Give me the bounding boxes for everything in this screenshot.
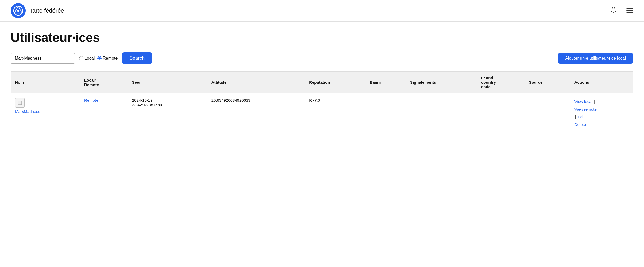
col-reputation: Reputation xyxy=(305,72,365,93)
separator-1: | xyxy=(594,99,595,104)
delete-link[interactable]: Delete xyxy=(574,122,586,127)
cell-ip-country xyxy=(477,93,525,134)
remote-radio[interactable] xyxy=(97,56,102,60)
user-avatar xyxy=(15,98,25,108)
view-remote-link[interactable]: View remote xyxy=(574,107,597,112)
logo xyxy=(11,3,26,18)
main-content: Utilisateur·ices Local Remote Search Ajo… xyxy=(0,22,644,142)
actions-cell: View local | View remote | Edit | Delete xyxy=(574,98,629,128)
remote-link[interactable]: Remote xyxy=(84,98,98,102)
users-table-wrapper: Nom Local/Remote Seen Attitude Reputatio… xyxy=(11,71,633,134)
separator-2: | xyxy=(575,115,577,119)
cell-source xyxy=(525,93,570,134)
col-signalements: Signalements xyxy=(406,72,477,93)
col-seen: Seen xyxy=(128,72,207,93)
search-input[interactable] xyxy=(11,53,75,64)
separator-3: | xyxy=(586,115,587,119)
cell-nom: MarxMadness xyxy=(11,93,80,134)
search-row: Local Remote Search Ajouter un·e utilisa… xyxy=(11,52,633,64)
header-right xyxy=(610,6,633,15)
table-row: MarxMadness Remote 2024-10-1922:42:13.95… xyxy=(11,93,633,134)
user-name-link[interactable]: MarxMadness xyxy=(15,109,40,114)
page-title: Utilisateur·ices xyxy=(11,30,633,45)
remote-radio-label[interactable]: Remote xyxy=(97,56,118,61)
col-nom: Nom xyxy=(11,72,80,93)
user-cell: MarxMadness xyxy=(15,98,76,114)
cell-signalements xyxy=(406,93,477,134)
menu-icon[interactable] xyxy=(626,8,633,13)
search-button[interactable]: Search xyxy=(122,52,152,64)
cell-reputation: R -7.0 xyxy=(305,93,365,134)
radio-group: Local Remote xyxy=(79,56,118,61)
local-radio[interactable] xyxy=(79,56,83,60)
local-radio-label[interactable]: Local xyxy=(79,56,95,61)
users-table: Nom Local/Remote Seen Attitude Reputatio… xyxy=(11,71,633,134)
app-title: Tarte fédérée xyxy=(29,7,64,14)
col-ip-country: IP andcountrycode xyxy=(477,72,525,93)
col-banni: Banni xyxy=(365,72,406,93)
header-left: Tarte fédérée xyxy=(11,3,64,18)
col-attitude: Attitude xyxy=(207,72,305,93)
add-user-button[interactable]: Ajouter un·e utilisateur·rice local xyxy=(558,53,633,64)
cell-attitude: 20.634920634920633 xyxy=(207,93,305,134)
edit-link[interactable]: Edit xyxy=(578,115,585,119)
table-header-row: Nom Local/Remote Seen Attitude Reputatio… xyxy=(11,72,633,93)
cell-banni xyxy=(365,93,406,134)
svg-line-1 xyxy=(14,6,18,13)
cell-local-remote: Remote xyxy=(80,93,128,134)
view-local-link[interactable]: View local xyxy=(574,99,592,104)
cell-actions: View local | View remote | Edit | Delete xyxy=(570,93,633,134)
svg-point-4 xyxy=(17,10,19,12)
col-source: Source xyxy=(525,72,570,93)
remote-label: Remote xyxy=(103,56,118,61)
cell-seen: 2024-10-1922:42:13.957589 xyxy=(128,93,207,134)
local-label: Local xyxy=(84,56,95,61)
col-local-remote: Local/Remote xyxy=(80,72,128,93)
col-actions: Actions xyxy=(570,72,633,93)
svg-line-2 xyxy=(18,6,22,13)
svg-rect-5 xyxy=(18,101,22,105)
header: Tarte fédérée xyxy=(0,0,644,22)
notification-bell-icon[interactable] xyxy=(610,6,617,15)
